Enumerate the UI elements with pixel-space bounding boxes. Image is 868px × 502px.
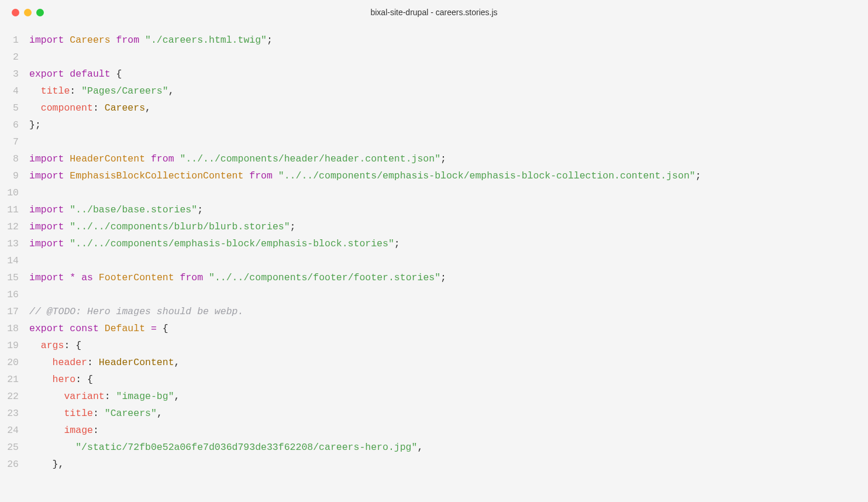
code-line[interactable]: 25 "/static/72fb0e52a06fe7d036d793de33f6… [0,439,868,456]
code-content[interactable]: component: Careers, [29,99,868,116]
line-number: 4 [0,82,29,99]
code-line[interactable]: 9import EmphasisBlockCollectionContent f… [0,167,868,184]
minimize-icon[interactable] [24,9,32,16]
line-number: 14 [0,252,29,269]
code-content[interactable]: args: { [29,337,868,354]
code-editor[interactable]: 1import Careers from "./careers.html.twi… [0,25,868,480]
code-content[interactable]: import Careers from "./careers.html.twig… [29,32,868,49]
code-content[interactable]: import HeaderContent from "../../compone… [29,150,868,167]
code-line[interactable]: 26 }, [0,456,868,473]
code-content[interactable]: export const Default = { [29,320,868,337]
code-content[interactable]: }, [29,456,868,473]
line-number: 22 [0,388,29,405]
code-line[interactable]: 2 [0,49,868,66]
code-content[interactable]: import * as FooterContent from "../../co… [29,269,868,286]
code-line[interactable]: 13import "../../components/emphasis-bloc… [0,235,868,252]
code-content[interactable]: export default { [29,66,868,82]
code-line[interactable]: 1import Careers from "./careers.html.twi… [0,32,868,49]
code-line[interactable]: 8import HeaderContent from "../../compon… [0,150,868,167]
code-line[interactable]: 5 component: Careers, [0,99,868,116]
code-content[interactable]: hero: { [29,371,868,388]
line-number: 8 [0,150,29,167]
window-title: bixal-site-drupal - careers.stories.js [370,8,497,17]
code-line[interactable]: 12import "../../components/blurb/blurb.s… [0,218,868,235]
line-number: 17 [0,303,29,320]
code-line[interactable]: 23 title: "Careers", [0,405,868,422]
line-number: 15 [0,269,29,286]
code-line[interactable]: 15import * as FooterContent from "../../… [0,269,868,286]
line-number: 18 [0,320,29,337]
traffic-lights [12,9,44,16]
code-line[interactable]: 17// @TODO: Hero images should be webp. [0,303,868,320]
code-content[interactable]: "/static/72fb0e52a06fe7d036d793de33f6220… [29,439,868,456]
titlebar: bixal-site-drupal - careers.stories.js [0,0,868,25]
line-number: 6 [0,116,29,133]
code-content[interactable]: title: "Careers", [29,405,868,422]
code-line[interactable]: 24 image: [0,422,868,439]
maximize-icon[interactable] [36,9,44,16]
code-line[interactable]: 14 [0,252,868,269]
line-number: 16 [0,286,29,303]
code-content[interactable] [29,252,868,269]
code-line[interactable]: 22 variant: "image-bg", [0,388,868,405]
line-number: 10 [0,184,29,201]
code-content[interactable]: }; [29,116,868,133]
code-content[interactable]: title: "Pages/Careers", [29,82,868,99]
line-number: 19 [0,337,29,354]
editor-window: bixal-site-drupal - careers.stories.js 1… [0,0,868,502]
code-line[interactable]: 7 [0,133,868,150]
line-number: 24 [0,422,29,439]
close-icon[interactable] [12,9,19,16]
code-line[interactable]: 4 title: "Pages/Careers", [0,82,868,99]
code-content[interactable]: import "../../components/blurb/blurb.sto… [29,218,868,235]
line-number: 25 [0,439,29,456]
line-number: 11 [0,201,29,218]
code-line[interactable]: 20 header: HeaderContent, [0,354,868,371]
code-line[interactable]: 3export default { [0,66,868,82]
code-content[interactable] [29,286,868,303]
code-content[interactable]: variant: "image-bg", [29,388,868,405]
line-number: 3 [0,66,29,82]
code-content[interactable]: import "../../components/emphasis-block/… [29,235,868,252]
line-number: 23 [0,405,29,422]
line-number: 20 [0,354,29,371]
code-line[interactable]: 11import "../base/base.stories"; [0,201,868,218]
line-number: 1 [0,32,29,49]
line-number: 21 [0,371,29,388]
code-content[interactable] [29,133,868,150]
line-number: 13 [0,235,29,252]
line-number: 12 [0,218,29,235]
code-content[interactable]: import "../base/base.stories"; [29,201,868,218]
line-number: 9 [0,167,29,184]
line-number: 26 [0,456,29,473]
code-content[interactable] [29,49,868,66]
code-line[interactable]: 19 args: { [0,337,868,354]
line-number: 7 [0,133,29,150]
code-line[interactable]: 16 [0,286,868,303]
code-content[interactable]: header: HeaderContent, [29,354,868,371]
code-content[interactable]: import EmphasisBlockCollectionContent fr… [29,167,868,184]
code-content[interactable]: image: [29,422,868,439]
code-line[interactable]: 21 hero: { [0,371,868,388]
code-line[interactable]: 10 [0,184,868,201]
code-line[interactable]: 18export const Default = { [0,320,868,337]
code-content[interactable]: // @TODO: Hero images should be webp. [29,303,868,320]
line-number: 5 [0,99,29,116]
code-line[interactable]: 6}; [0,116,868,133]
code-content[interactable] [29,184,868,201]
line-number: 2 [0,49,29,66]
